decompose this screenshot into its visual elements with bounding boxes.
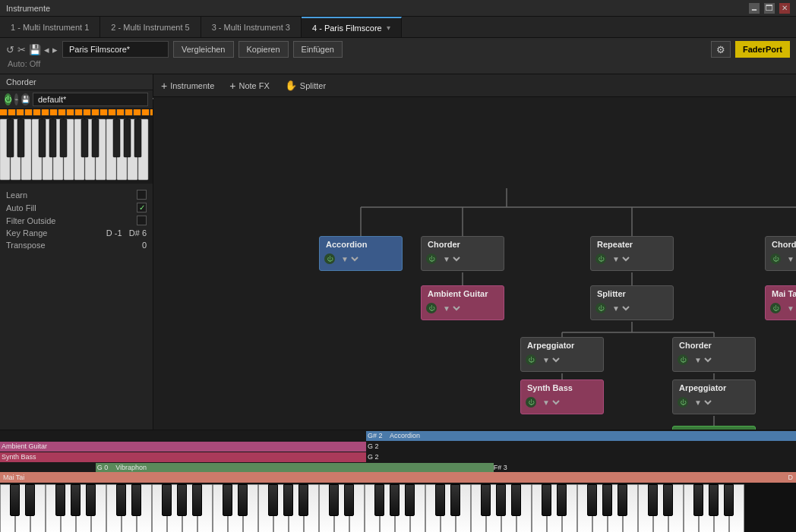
node-ambient-guitar[interactable]: Ambient Guitar ⏻ ▼	[421, 285, 504, 320]
black-key[interactable]	[648, 484, 658, 516]
node-vibraphon[interactable]: Vibraphon ⏻ ▼	[672, 426, 756, 430]
black-key[interactable]	[162, 484, 172, 516]
tab-close-icon[interactable]: ▾	[387, 24, 390, 32]
black-key[interactable]	[405, 484, 415, 516]
black-key[interactable]	[542, 484, 551, 516]
tab-1[interactable]: 1 - Multi Instrument 1	[0, 17, 100, 37]
vibraphon-g0-label: G 0 Vibraphon	[96, 464, 147, 471]
save-icon[interactable]: 💾	[29, 44, 41, 55]
back-icon[interactable]: ◂	[44, 44, 49, 55]
black-key[interactable]	[663, 484, 673, 516]
black-key[interactable]	[10, 484, 20, 516]
black-key[interactable]	[25, 484, 35, 516]
black-key[interactable]	[374, 484, 384, 516]
filteroutside-checkbox[interactable]	[137, 216, 147, 225]
tab-2[interactable]: 2 - Multi Instrument 5	[100, 17, 201, 37]
black-key[interactable]	[557, 484, 567, 516]
undo-icon[interactable]: ↺	[6, 44, 14, 55]
black-key[interactable]	[116, 484, 126, 516]
tab-4[interactable]: 4 - Paris Filmscore ▾	[302, 17, 402, 37]
ambient-guitar-power-btn[interactable]: ⏻	[426, 303, 437, 313]
node-chorder3[interactable]: Chorder ⏻ ▼	[672, 337, 756, 372]
black-key[interactable]	[724, 484, 734, 516]
black-key[interactable]	[511, 484, 521, 516]
compare-button[interactable]: Vergleichen	[173, 41, 234, 58]
node-synth-bass[interactable]: Synth Bass ⏻ ▼	[520, 379, 604, 414]
black-key[interactable]	[131, 484, 141, 516]
chorder1-power-btn[interactable]: ⏻	[426, 253, 437, 264]
black-key[interactable]	[602, 484, 612, 516]
black-key[interactable]	[298, 484, 308, 516]
arpeggiator2-dropdown[interactable]: ▼	[691, 398, 714, 408]
black-key[interactable]	[283, 484, 293, 516]
splitter-dropdown[interactable]: ▼	[609, 304, 632, 313]
synth-bass-power-btn[interactable]: ⏻	[526, 397, 536, 408]
instruments-toolbar-btn[interactable]: + Instrumente	[161, 80, 214, 92]
black-key[interactable]	[344, 484, 354, 516]
splitter-toolbar-btn[interactable]: ✋ Splitter	[285, 80, 326, 91]
notefx-toolbar-btn[interactable]: + Note FX	[229, 80, 270, 92]
scissors-icon[interactable]: ✂	[17, 44, 26, 55]
black-key[interactable]	[177, 484, 187, 516]
black-key[interactable]	[71, 484, 81, 516]
copy-button[interactable]: Kopieren	[238, 41, 289, 58]
arpeggiator2-power-btn[interactable]: ⏻	[678, 397, 688, 408]
minimize-button[interactable]: 🗕	[749, 3, 760, 14]
mai-tai-dropdown[interactable]: ▼	[784, 304, 796, 313]
tab-3[interactable]: 3 - Multi Instrument 3	[201, 17, 302, 37]
chorder1-dropdown[interactable]: ▼	[440, 254, 463, 264]
accordion-power-btn[interactable]: ⏻	[324, 253, 335, 264]
black-key[interactable]	[268, 484, 278, 516]
black-key[interactable]	[618, 484, 627, 516]
black-key[interactable]	[390, 484, 400, 516]
node-accordion[interactable]: Accordion ⏻ ▼	[319, 236, 403, 271]
black-key[interactable]	[496, 484, 506, 516]
black-key[interactable]	[587, 484, 597, 516]
arpeggiator1-power-btn[interactable]: ⏻	[526, 354, 536, 365]
black-key[interactable]	[329, 484, 339, 516]
repeater-dropdown[interactable]: ▼	[609, 254, 632, 264]
lp-save-button[interactable]: 💾	[21, 93, 30, 105]
preset-name-input[interactable]	[62, 41, 169, 58]
chorder2-power-btn[interactable]: ⏻	[770, 253, 781, 264]
synth-bass-dropdown[interactable]: ▼	[539, 398, 562, 408]
chorder3-dropdown[interactable]: ▼	[691, 355, 714, 365]
lp-power-button[interactable]: ⏻	[5, 93, 11, 105]
black-key[interactable]	[86, 484, 96, 516]
mai-tai-power-btn[interactable]: ⏻	[770, 303, 781, 313]
node-chorder1[interactable]: Chorder ⏻ ▼	[421, 236, 504, 271]
black-key[interactable]	[481, 484, 491, 516]
node-repeater[interactable]: Repeater ⏻ ▼	[590, 236, 674, 271]
black-key[interactable]	[693, 484, 703, 516]
accordion-dropdown[interactable]: ▼	[338, 254, 361, 264]
chorder2-dropdown[interactable]: ▼	[784, 254, 796, 264]
black-key[interactable]	[709, 484, 719, 516]
black-key[interactable]	[192, 484, 202, 516]
repeater-power-btn[interactable]: ⏻	[595, 253, 606, 264]
node-arpeggiator1[interactable]: Arpeggiator ⏻ ▼	[520, 337, 604, 372]
black-key[interactable]	[223, 484, 232, 516]
black-key[interactable]	[450, 484, 460, 516]
chorder3-power-btn[interactable]: ⏻	[678, 354, 688, 365]
lp-link-button[interactable]: ⌁	[14, 93, 18, 105]
forward-icon[interactable]: ▸	[52, 44, 58, 55]
learn-checkbox[interactable]	[137, 190, 147, 200]
close-button[interactable]: ✕	[779, 3, 790, 14]
black-key[interactable]	[435, 484, 445, 516]
arpeggiator1-dropdown[interactable]: ▼	[539, 355, 562, 365]
settings-button[interactable]: ⚙	[711, 41, 731, 58]
maximize-button[interactable]: 🗖	[764, 3, 775, 14]
black-key[interactable]	[238, 484, 248, 516]
synth-bass-bar-fill	[0, 452, 366, 462]
node-arpeggiator2[interactable]: Arpeggiator ⏻ ▼	[672, 379, 756, 414]
lp-preset-input[interactable]	[33, 93, 148, 106]
node-chorder2[interactable]: Chorder ⏻ ▼	[765, 236, 796, 271]
faderport-button[interactable]: FaderPort	[735, 41, 790, 58]
node-splitter[interactable]: Splitter ⏻ ▼	[590, 285, 674, 320]
ambient-guitar-dropdown[interactable]: ▼	[440, 304, 463, 313]
paste-button[interactable]: Einfügen	[293, 41, 343, 58]
node-mai-tai[interactable]: Mai Tai ⏻ ▼	[765, 285, 796, 320]
autofill-checkbox[interactable]: ✓	[137, 203, 147, 212]
splitter-power-btn[interactable]: ⏻	[595, 303, 606, 313]
black-key[interactable]	[55, 484, 65, 516]
